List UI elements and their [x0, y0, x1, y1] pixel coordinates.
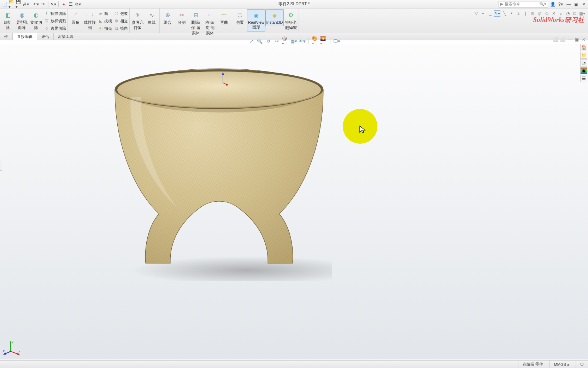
zoom-area-icon[interactable]: 🔍: [256, 38, 263, 45]
point-filter-icon[interactable]: •: [508, 10, 514, 17]
hole-wizard-button[interactable]: ◉异型孔 向导: [15, 9, 29, 32]
intersect-button[interactable]: ⊗相交: [113, 17, 129, 24]
separator: [330, 38, 330, 44]
quick-access-toolbar: 📄 📂▾ 💾▾ 🖨▾ ↶▾ ↷ ↖▾ ● ☰ ⚙▾: [0, 1, 81, 7]
graphics-area[interactable]: Y X Z: [0, 44, 588, 360]
filter-edge-icon[interactable]: ⎯: [487, 10, 493, 17]
ribbon-group-cut: ◧卸切 除 ◉异型孔 向导 ◐旋转切 除 ⌇扫描切除 ▽放样切割 ◊边界切除: [0, 8, 68, 33]
separator: [58, 1, 59, 7]
restore-button[interactable]: ▣: [574, 1, 579, 7]
doc-next-icon[interactable]: ⬜: [560, 37, 565, 42]
status-units[interactable]: MMGS ▴: [549, 361, 569, 368]
options-icon[interactable]: ☰: [67, 1, 74, 7]
wrap2-button[interactable]: ⬡包覆: [233, 9, 247, 27]
instant3d-button[interactable]: ◆Instant3D: [265, 9, 284, 26]
feature-tree-flyout-tab[interactable]: [0, 161, 2, 171]
tab-evaluate[interactable]: 评估: [37, 33, 54, 40]
undo-icon[interactable]: ↶▾: [33, 1, 39, 7]
print-icon[interactable]: 🖨▾: [23, 1, 29, 7]
svg-text:Z: Z: [3, 350, 5, 353]
design-library-icon[interactable]: 🗂: [580, 59, 587, 67]
doc-prev-icon[interactable]: ⬜: [553, 37, 558, 42]
view-orientation-icon[interactable]: 🎲▾: [282, 38, 289, 45]
zoom-fit-icon[interactable]: ⤢: [248, 38, 255, 45]
doc-close-icon[interactable]: ✕: [581, 37, 587, 42]
tab-render-tools[interactable]: 渲染工具: [54, 33, 78, 40]
appearances-icon[interactable]: ◉: [580, 67, 587, 74]
cursor-icon: [359, 125, 366, 134]
separator: [48, 1, 48, 7]
redo-icon[interactable]: ↷: [40, 1, 46, 7]
select-icon[interactable]: ↖▾: [50, 1, 57, 7]
apply-scene-icon[interactable]: 🌄▾: [320, 38, 327, 45]
minimize-button[interactable]: —: [566, 1, 571, 7]
new-icon[interactable]: 📄: [1, 1, 8, 7]
resources-icon[interactable]: 📁: [580, 52, 587, 59]
watermark-text: SolidWorks研习社: [533, 16, 584, 24]
linear-pattern-button[interactable]: ⋮⋮线性阵 列: [83, 9, 97, 32]
svg-text:Y: Y: [12, 340, 14, 344]
rib-button[interactable]: ▰筋: [97, 10, 113, 17]
doc-minimize-icon[interactable]: —: [567, 37, 572, 42]
mirror-button[interactable]: ⧉镜向: [113, 25, 129, 32]
extruded-cut-button[interactable]: ◧卸切 除: [1, 9, 15, 32]
revolved-cut-button[interactable]: ◐旋转切 除: [29, 9, 43, 32]
rebuild-icon[interactable]: ●: [60, 1, 67, 7]
model-vase[interactable]: [106, 62, 332, 281]
draft-button[interactable]: ◣拔模: [97, 17, 113, 24]
svg-marker-8: [222, 72, 224, 75]
close-button[interactable]: ✕: [581, 1, 587, 7]
view-settings-icon[interactable]: 🖵▾: [333, 38, 340, 45]
loft-cut-button[interactable]: ▽放样切割: [43, 17, 67, 24]
curves-button[interactable]: ∿曲线: [145, 9, 159, 27]
section-view-icon[interactable]: ✂: [273, 38, 280, 45]
reference-triad[interactable]: Y X Z: [3, 340, 20, 356]
status-bar: 在编辑 零件 MMGS ▴ ⬡: [0, 360, 588, 368]
cut-stack: ⌇扫描切除 ▽放样切割 ◊边界切除: [43, 9, 67, 32]
move-copy-body-button[interactable]: ↔移动/复 制实体: [203, 9, 217, 37]
shell-button[interactable]: ◰抽壳: [97, 25, 113, 32]
fillet-button[interactable]: ◜圆角: [69, 9, 83, 27]
edit-appearance-icon[interactable]: 🎨▾: [312, 38, 319, 45]
filter-icon[interactable]: ▽: [473, 10, 479, 17]
custom-props-icon[interactable]: ☰: [580, 75, 587, 82]
parallel-icon[interactable]: ∥: [522, 10, 529, 17]
open-icon[interactable]: 📂▾: [8, 1, 15, 7]
swept-cut-button[interactable]: ⌇扫描切除: [43, 10, 67, 17]
title-bar: 📄 📂▾ 💾▾ 🖨▾ ↶▾ ↷ ↖▾ ● ☰ ⚙▾ 零件2.SLDPRT * ▶…: [0, 0, 588, 8]
save-icon[interactable]: 💾▾: [16, 1, 22, 7]
filter-vertex-icon[interactable]: ⚬: [480, 10, 486, 17]
tab-direct-edit[interactable]: 直接编辑: [13, 33, 37, 40]
line-filter-icon[interactable]: ╲: [501, 10, 507, 17]
flex-button[interactable]: 〰弯曲: [217, 9, 231, 27]
status-extra-icon[interactable]: ⬡: [576, 361, 584, 368]
window-buttons: — ▣ ✕: [565, 1, 587, 7]
split-button[interactable]: ✂分割: [175, 9, 189, 27]
translate-macro-button[interactable]: ⚙特征名 翻译宏: [284, 9, 298, 32]
home-icon[interactable]: 🏠: [580, 44, 587, 51]
task-pane-tabs: 🏠 📁 🗂 ◉ ☰: [580, 44, 588, 82]
hide-show-icon[interactable]: 👁▾: [299, 38, 306, 45]
ribbon-group-view: ⬡包覆 ◉RealView 图形 ◆Instant3D ⚙特征名 翻译宏: [232, 8, 299, 33]
combine-button[interactable]: ⊕组合: [160, 9, 175, 27]
doc-restore-icon[interactable]: ▣: [574, 37, 580, 42]
filter-face-icon[interactable]: ↖▾: [494, 10, 500, 17]
ribbon-group-features: ◜圆角 ⋮⋮线性阵 列 ▰筋 ◣拔模 ◰抽壳 ⬡包覆 ⊗相交 ⧉镜向: [68, 8, 130, 33]
wrap-button[interactable]: ⬡包覆: [113, 10, 129, 17]
display-style-icon[interactable]: ▦▾: [290, 38, 297, 45]
boundary-cut-button[interactable]: ◊边界切除: [43, 25, 67, 32]
separator: [31, 1, 31, 7]
user-icon[interactable]: 👤: [549, 1, 556, 7]
settings-icon[interactable]: ⚙▾: [75, 1, 81, 7]
delete-body-button[interactable]: ⊟删除/保 留实体: [189, 9, 203, 37]
document-window-controls: ⬜ ⬜ — ▣ ✕: [553, 37, 587, 42]
perp-icon[interactable]: ⟂: [515, 10, 522, 17]
realview-button[interactable]: ◉RealView 图形: [247, 9, 265, 31]
origin-triad[interactable]: [218, 72, 228, 86]
previous-view-icon[interactable]: ↺: [265, 38, 272, 45]
ref-geometry-button[interactable]: ✳参考几 何体: [130, 9, 145, 32]
search-input[interactable]: ▶ 搜索命令 🔍▾: [499, 1, 548, 7]
ribbon-group-bodies: ⊕组合 ✂分割 ⊟删除/保 留实体 ↔移动/复 制实体 〰弯曲: [160, 8, 232, 33]
tab-features[interactable]: 件: [0, 33, 13, 40]
help-icon[interactable]: ?▾: [557, 1, 564, 7]
